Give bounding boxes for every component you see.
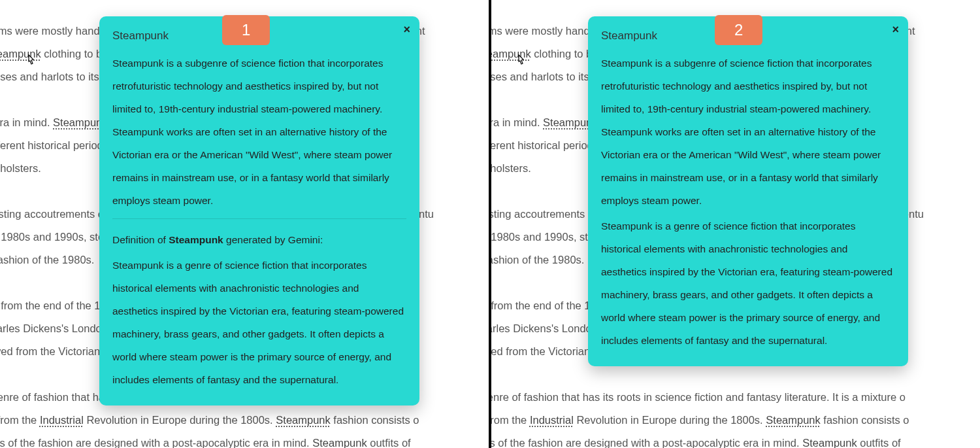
popover-title: Steampunk: [601, 29, 657, 42]
link-industrial[interactable]: Industrial: [530, 414, 574, 426]
variant-badge: 2: [715, 15, 762, 45]
close-icon[interactable]: ×: [403, 23, 410, 37]
vertical-divider: [489, 0, 491, 448]
definition-popover: Steampunk × Steampunk is a subgenre of s…: [588, 16, 908, 366]
link-steampunk[interactable]: Steampunk: [802, 437, 857, 448]
popover-divider: [112, 218, 406, 219]
link-steampunk[interactable]: steampunk: [490, 48, 531, 60]
popover-definition-body: Steampunk is a genre of science fiction …: [112, 254, 406, 391]
definition-popover: Steampunk × Steampunk is a subgenre of s…: [99, 16, 419, 405]
link-steampunk[interactable]: steampunk: [0, 48, 41, 60]
popover-paragraph: Steampunk is a subgenre of science ficti…: [112, 52, 406, 212]
popover-paragraph: Steampunk is a subgenre of science ficti…: [601, 52, 895, 212]
variant-badge: 1: [222, 15, 270, 45]
link-industrial[interactable]: Industrial: [40, 414, 84, 426]
link-steampunk[interactable]: Steampunk: [766, 414, 820, 426]
link-steampunk[interactable]: Steampunk: [312, 437, 367, 448]
popover-definition-body: Steampunk is a genre of science fiction …: [601, 215, 895, 352]
popover-definition-heading: Definition of Steampunk generated by Gem…: [112, 228, 406, 251]
link-steampunk[interactable]: Steampunk: [276, 414, 330, 426]
close-icon[interactable]: ×: [892, 23, 899, 37]
popover-title: Steampunk: [112, 29, 169, 42]
